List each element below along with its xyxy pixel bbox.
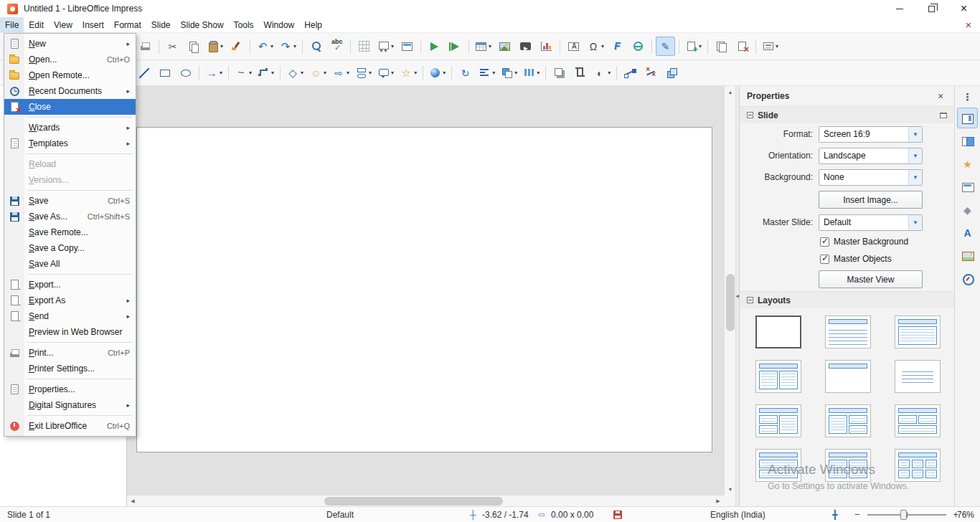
sidebar-close-button[interactable]: × [934, 90, 947, 102]
file-menu-item-save[interactable]: SaveCtrl+S [4, 193, 136, 209]
vertical-scrollbar[interactable]: ▲ ▼ [724, 86, 735, 495]
file-menu-item-export[interactable]: Export... [4, 277, 136, 293]
duplicate-slide-button[interactable] [712, 37, 731, 56]
layouts-section-header[interactable]: Layouts [740, 291, 954, 308]
insert-table-dropdown-arrow[interactable]: ▾ [489, 43, 491, 49]
print-directly-button[interactable] [136, 37, 155, 56]
curves-and-polygons-button[interactable]: ~▾ [232, 63, 254, 82]
arrange-dropdown-arrow[interactable]: ▾ [514, 70, 517, 76]
cut-button[interactable]: ✂ [163, 37, 182, 56]
file-menu-item-wizards[interactable]: Wizards▸ [4, 120, 136, 136]
zoom-out-button[interactable]: − [854, 509, 860, 520]
close-button[interactable]: × [948, 0, 980, 17]
insert-table-button[interactable]: ▾ [473, 37, 494, 56]
minimize-button[interactable] [883, 0, 915, 17]
tab-slide-transition[interactable] [957, 130, 978, 151]
master-slide-select[interactable]: Default ▼ [819, 214, 923, 231]
distribution-dropdown-arrow[interactable]: ▾ [537, 70, 540, 76]
file-menu-item-templates[interactable]: Templates▸ [4, 136, 136, 151]
points-button[interactable] [621, 63, 640, 82]
fit-slide-button[interactable]: ╋ [832, 507, 837, 522]
undo-button[interactable]: ↶▾ [254, 37, 275, 56]
ellipse-button[interactable] [176, 63, 195, 82]
curves-and-polygons-dropdown-arrow[interactable]: ▾ [249, 70, 252, 76]
layout-title-2-content-and-content[interactable] [755, 404, 801, 437]
layout-title-content-and-2-content[interactable] [825, 404, 871, 437]
horizontal-scroll-thumb[interactable] [324, 497, 504, 506]
tab-shapes[interactable]: ◆ [957, 199, 978, 220]
new-slide-dropdown-arrow[interactable]: ▾ [699, 43, 702, 49]
menu-tools[interactable]: Tools [229, 17, 259, 32]
menu-slide[interactable]: Slide [146, 17, 176, 32]
slide-properties-dropdown-arrow[interactable]: ▾ [776, 43, 778, 49]
zoom-slider-thumb[interactable] [900, 510, 907, 520]
insert-image-button[interactable]: Insert Image... [819, 191, 923, 209]
layout-title-slide[interactable] [825, 315, 871, 348]
star-shapes-dropdown-arrow[interactable]: ▾ [414, 70, 417, 76]
file-menu-item-close[interactable]: Close [4, 99, 136, 115]
layout-title-and-2-content[interactable] [755, 360, 801, 393]
insert-fontwork-button[interactable] [608, 37, 627, 56]
basic-shapes-dropdown-arrow[interactable]: ▾ [301, 70, 303, 76]
flowchart-shapes-dropdown-arrow[interactable]: ▾ [369, 70, 372, 76]
menu-format[interactable]: Format [109, 17, 146, 32]
file-menu-item-print[interactable]: Print...Ctrl+P [4, 345, 136, 361]
master-objects-checkbox[interactable] [820, 255, 829, 264]
menu-edit[interactable]: Edit [24, 17, 49, 32]
callout-shapes-dropdown-arrow[interactable]: ▾ [391, 70, 394, 76]
file-menu-item-export-as[interactable]: Export As▸ [4, 293, 136, 308]
file-menu-item-open[interactable]: Open...Ctrl+O [4, 52, 136, 67]
start-from-first-slide-button[interactable] [425, 37, 444, 56]
insert-text-box-button[interactable] [564, 37, 583, 56]
file-menu-item-open-remote[interactable]: Open Remote... [4, 67, 136, 83]
align-objects-dropdown-arrow[interactable]: ▾ [492, 70, 495, 76]
layout-blank-slide[interactable] [755, 315, 801, 348]
display-grid-button[interactable] [354, 37, 374, 56]
slide-properties-button[interactable]: ▾ [760, 37, 781, 56]
connectors-button[interactable]: ▾ [255, 63, 276, 82]
file-menu-item-send[interactable]: Send▸ [4, 308, 136, 324]
file-menu-item-new[interactable]: New▸ [4, 36, 136, 52]
slide-section-header[interactable]: Slide [740, 106, 954, 123]
rectangle-button[interactable] [155, 63, 174, 82]
undo-dropdown-arrow[interactable]: ▾ [270, 43, 273, 49]
paste-button[interactable]: ▾ [204, 37, 225, 56]
insert-image-button[interactable] [495, 37, 514, 56]
paste-dropdown-arrow[interactable]: ▾ [220, 43, 223, 49]
layout-title-2-content-over-content[interactable] [895, 404, 941, 437]
symbol-shapes-button[interactable]: ☺▾ [307, 63, 329, 82]
insert-hyperlink-button[interactable] [628, 37, 648, 56]
menu-insert[interactable]: Insert [77, 17, 109, 32]
more-options-icon[interactable] [940, 113, 947, 118]
file-menu-item-reload[interactable]: Reload [4, 156, 136, 172]
layout-title-only[interactable] [825, 360, 871, 393]
display-views-button[interactable]: ▾ [375, 37, 396, 56]
clone-formatting-button[interactable] [227, 37, 246, 56]
tab-gallery[interactable] [957, 245, 978, 266]
insert-chart-button[interactable] [537, 37, 556, 56]
connectors-dropdown-arrow[interactable]: ▾ [271, 70, 274, 76]
layout-title-4-content[interactable] [825, 449, 871, 482]
tab-animation[interactable]: ★ [957, 153, 978, 174]
restore-button[interactable] [915, 0, 948, 17]
master-view-button[interactable]: Master View [819, 270, 923, 288]
format-select[interactable]: Screen 16:9 ▼ [819, 126, 923, 143]
show-gluepoint-functions-button[interactable] [641, 63, 661, 82]
align-objects-button[interactable]: ▾ [476, 63, 497, 82]
display-views-dropdown-arrow[interactable]: ▾ [391, 43, 394, 49]
scroll-left-button[interactable]: ◀ [127, 495, 138, 507]
image-filter-dropdown-arrow[interactable]: ▾ [608, 70, 611, 76]
basic-shapes-button[interactable]: ◇▾ [284, 63, 306, 82]
menu-view[interactable]: View [49, 17, 77, 32]
insert-special-character-dropdown-arrow[interactable]: ▾ [601, 43, 604, 49]
flowchart-shapes-button[interactable]: ▾ [353, 63, 374, 82]
file-menu-item-save-a-copy[interactable]: Save a Copy... [4, 240, 136, 256]
master-background-checkbox[interactable] [820, 237, 829, 247]
redo-dropdown-arrow[interactable]: ▾ [293, 43, 296, 49]
lines-and-arrows-dropdown-arrow[interactable]: ▾ [220, 70, 222, 76]
new-slide-button[interactable]: ▾ [683, 37, 704, 56]
file-menu-item-preview-in-web-browser[interactable]: Preview in Web Browser [4, 324, 136, 340]
vertical-scroll-thumb[interactable] [726, 274, 735, 331]
toggle-extrusion-button[interactable] [662, 63, 682, 82]
show-draw-functions-button[interactable]: ✎ [656, 37, 675, 56]
